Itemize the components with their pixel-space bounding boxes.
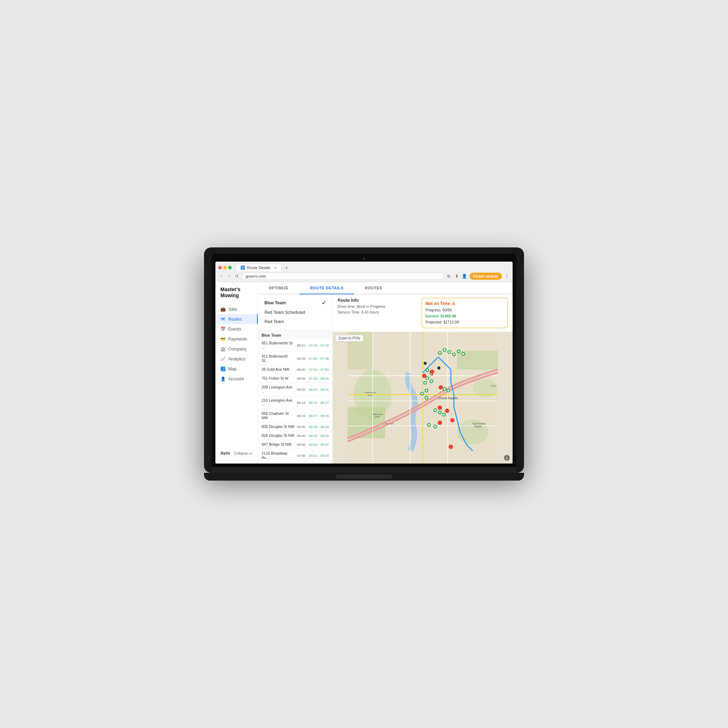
sidebar-item-jobs[interactable]: 💼 Jobs	[216, 304, 258, 314]
map-container[interactable]: I 196 BS I 196 Grand Rapids East Grand R…	[333, 332, 512, 463]
route-info-section: Route Info Drive time: Work in Progress …	[338, 298, 416, 315]
zoom-poi-button[interactable]: Zoom to POIs	[336, 335, 363, 342]
red-scheduled-label: Red Team Scheduled	[265, 310, 305, 315]
svg-point-47	[427, 369, 428, 371]
svg-point-73	[443, 414, 445, 416]
table-row[interactable]: 701 Fulton St W 08:55 07:50 - 08:05	[258, 374, 332, 383]
address: 847 Bridge St NW	[262, 442, 295, 447]
sidebar-item-payments[interactable]: 💳 Payments	[216, 334, 258, 344]
account-label: Account	[228, 376, 243, 381]
tab-route-details[interactable]: ROUTE DETAILS	[299, 282, 354, 294]
table-row[interactable]: 847 Bridge St NW 09:56 08:53 - 08:57	[258, 440, 332, 449]
svg-point-37	[444, 349, 445, 351]
svg-point-69	[439, 385, 443, 390]
scheduled-time: 08:45	[297, 367, 307, 372]
download-icon[interactable]: ⬇	[454, 273, 460, 279]
sidebar-item-events[interactable]: 📅 Events	[216, 324, 258, 334]
table-row[interactable]: 210 Lexington Ave ... 09:14 08:22 - 08:2…	[258, 396, 332, 409]
actual-time: 08:27 - 08:36	[309, 414, 329, 418]
table-row[interactable]: 208 Lexington Ave ... 09:02 08:07 - 08:2…	[258, 383, 332, 396]
address: 806 Douglas St NW	[262, 424, 295, 429]
screen-bottom	[212, 467, 516, 473]
address-bar-row: ‹ › ↺ goavro.com ⧉ ⬇ 👤 Finish update ⋮	[216, 271, 512, 282]
scheduled-time: 08:29	[297, 356, 307, 361]
table-row[interactable]: 812 Butterworth St... 08:29 07:30 - 07:3…	[258, 352, 332, 365]
analytics-icon: 📈	[220, 356, 225, 361]
table-row[interactable]: 651 Butterworth St ... 08:21 07:25 - 07:…	[258, 339, 332, 352]
tab-optimize[interactable]: OPTIMIZE	[258, 282, 299, 294]
analytics-label: Analytics	[228, 356, 245, 361]
tab-close-icon[interactable]: ✕	[274, 266, 277, 270]
table-row[interactable]: 656 Chatham St NW 09:24 08:27 - 08:36	[258, 409, 332, 422]
jobs-label: Jobs	[228, 307, 237, 312]
collapse-button[interactable]: Collapse ««	[234, 451, 253, 455]
svg-point-53	[430, 380, 432, 382]
actual-time: 09:01 - 09:04	[309, 454, 329, 457]
trackpad[interactable]	[336, 474, 392, 479]
svg-point-35	[439, 352, 441, 354]
refresh-button[interactable]: ↺	[234, 273, 240, 279]
svg-point-84	[449, 445, 453, 449]
earned-text: Earned: $1485.98	[425, 313, 504, 319]
table-row[interactable]: 26 Gold Ave NW 08:45 07:42 - 07:50	[258, 365, 332, 374]
red-team-label: Red Team	[265, 319, 284, 324]
address-bar[interactable]: goavro.com	[242, 273, 444, 280]
screen: f Route Details ✕ + ‹ › ↺ goavro.com	[216, 262, 512, 463]
payments-icon: 💳	[220, 336, 225, 342]
menu-icon[interactable]: ⋮	[504, 273, 510, 279]
account-icon: 👤	[220, 376, 225, 381]
status-label: Not on Time	[425, 301, 450, 306]
table-row[interactable]: 1116 Broadway Av... 10:08 09:01 - 09:04	[258, 449, 332, 462]
team-option-blue[interactable]: Blue Team ✓	[262, 298, 329, 308]
actual-time: 07:50 - 08:05	[309, 376, 329, 380]
svg-point-85	[424, 362, 427, 365]
sidebar-footer: Avro Collapse ««	[216, 447, 258, 459]
finish-update-button[interactable]: Finish update	[470, 273, 502, 280]
sidebar-item-map[interactable]: 🗾 Map	[216, 364, 258, 374]
table-row[interactable]: 806 Douglas St NW 09:35 08:39 - 08:44	[258, 422, 332, 431]
address: 210 Lexington Ave ...	[262, 398, 295, 407]
address: 826 Douglas St NW	[262, 433, 295, 437]
forward-button[interactable]: ›	[226, 273, 232, 279]
laptop-body: f Route Details ✕ + ‹ › ↺ goavro.com	[204, 248, 524, 473]
events-label: Events	[228, 327, 242, 332]
svg-point-66	[444, 388, 445, 390]
map-info-button[interactable]: ℹ	[504, 455, 510, 461]
address: 208 Lexington Ave ...	[262, 385, 295, 393]
actual-time: 08:53 - 08:57	[309, 442, 329, 447]
tab-favicon: f	[241, 266, 245, 270]
blue-team-label: Blue Team	[265, 300, 286, 305]
bookmark-icon[interactable]: ⧉	[446, 273, 452, 279]
svg-text:Grand Rapids: Grand Rapids	[438, 397, 458, 400]
new-tab-icon[interactable]: +	[283, 264, 290, 271]
svg-point-43	[458, 350, 460, 352]
sidebar-item-analytics[interactable]: 📈 Analytics	[216, 354, 258, 364]
svg-point-62	[421, 393, 423, 395]
scheduled-time: 08:21	[297, 343, 307, 347]
close-icon[interactable]	[218, 266, 222, 269]
laptop-base	[204, 473, 524, 480]
sidebar-item-account[interactable]: 👤 Account	[216, 374, 258, 384]
profile-icon[interactable]: 👤	[462, 273, 468, 279]
svg-text:Millennium: Millennium	[373, 413, 383, 416]
svg-text:Park: Park	[368, 394, 373, 397]
team-option-red[interactable]: Red Team	[262, 317, 329, 326]
address: 812 Butterworth St...	[262, 354, 295, 362]
maximize-icon[interactable]	[228, 266, 232, 269]
screen-bezel: f Route Details ✕ + ‹ › ↺ goavro.com	[212, 254, 516, 467]
minimize-icon[interactable]	[223, 266, 227, 269]
main-tabs: OPTIMIZE ROUTE DETAILS ROUTES	[258, 282, 512, 294]
back-button[interactable]: ‹	[218, 273, 224, 279]
sidebar-item-company[interactable]: 🏢 Company	[216, 344, 258, 354]
svg-text:Rapids: Rapids	[474, 425, 482, 428]
sidebar-item-routes[interactable]: 🗺 Routes	[216, 314, 258, 324]
tab-routes[interactable]: ROUTES	[354, 282, 393, 294]
table-row[interactable]: 826 Douglas St NW 09:45 08:45 - 08:53	[258, 431, 332, 440]
actual-time: 08:07 - 08:21	[309, 387, 329, 392]
route-info-title: Route Info	[338, 298, 416, 303]
svg-point-64	[425, 397, 427, 399]
scheduled-time: 08:55	[297, 376, 307, 380]
team-option-red-scheduled[interactable]: Red Team Scheduled	[262, 308, 329, 317]
payments-label: Payments	[228, 336, 247, 342]
browser-tab[interactable]: f Route Details ✕	[236, 264, 281, 271]
